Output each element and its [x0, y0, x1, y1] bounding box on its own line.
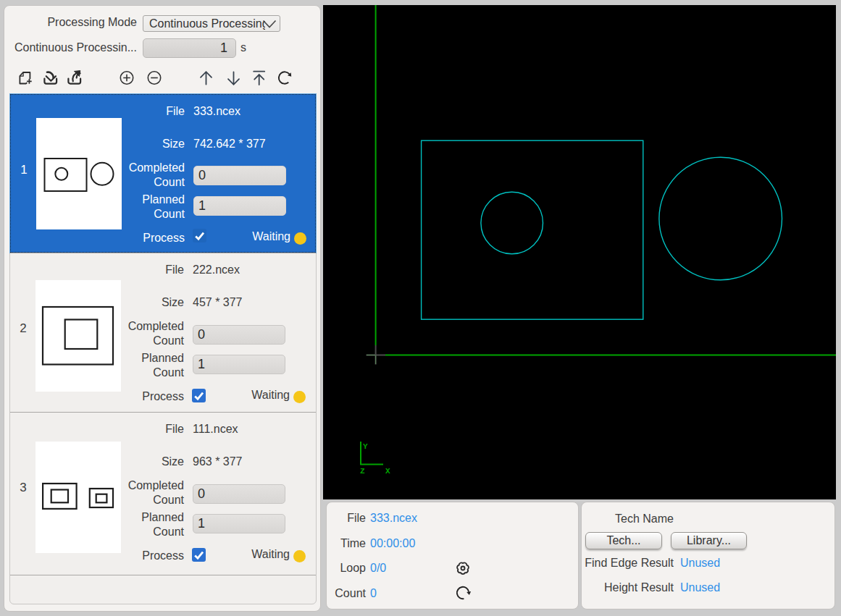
svg-text:Z: Z: [360, 467, 365, 476]
svg-text:Y: Y: [363, 442, 368, 451]
svg-text:X: X: [385, 467, 390, 476]
